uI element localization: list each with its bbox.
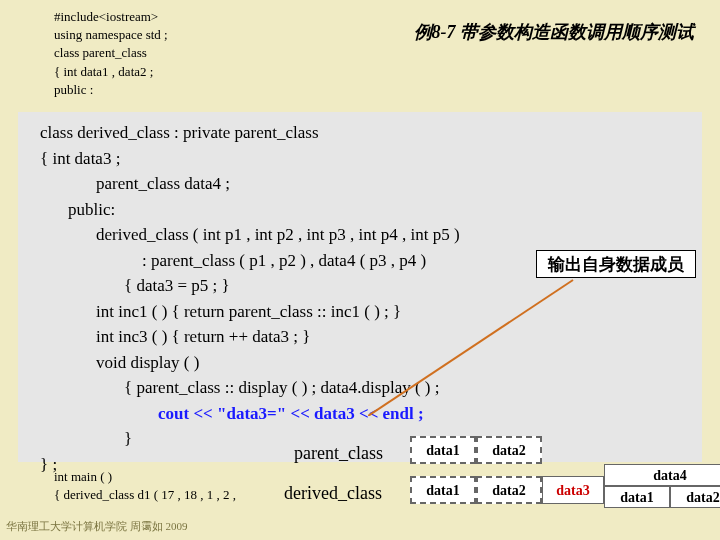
data4-block: data4 data1 data2 [604,464,720,508]
code-line: #include<iostream> [54,8,168,26]
code-line-highlight: cout << "data3=" << data3 << endl ; [40,401,680,427]
code-line: int inc1 ( ) { return parent_class :: in… [40,299,680,325]
label-parent-class: parent_class [294,440,383,467]
label-derived-class: derived_class [284,480,382,507]
code-line: { int data3 ; [40,146,680,172]
parent-class-row: data1 data2 [410,436,542,464]
cell-data4-data2: data2 [670,486,720,508]
code-panel: class derived_class : private parent_cla… [18,112,702,462]
code-line: public : [54,81,168,99]
code-line: { derived_class d1 ( 17 , 18 , 1 , 2 , [54,486,236,504]
cell-data2: data2 [476,436,542,464]
code-line: { int data1 , data2 ; [54,63,168,81]
cell-data4-data1: data1 [604,486,670,508]
code-line: parent_class data4 ; [40,171,680,197]
slide-title: 例8-7 带参数构造函数调用顺序测试 [414,20,695,44]
code-line: int inc3 ( ) { return ++ data3 ; } [40,324,680,350]
callout-box: 输出自身数据成员 [536,250,696,278]
code-line: int main ( ) [54,468,236,486]
cell-data1: data1 [410,436,476,464]
cell-data3: data3 [542,476,604,504]
code-line: void display ( ) [40,350,680,376]
code-line: { parent_class :: display ( ) ; data4.di… [40,375,680,401]
code-line: using namespace std ; [54,26,168,44]
top-code-block: #include<iostream> using namespace std ;… [54,8,168,99]
cell-data2: data2 [476,476,542,504]
code-line: class derived_class : private parent_cla… [40,120,680,146]
cell-data4-label: data4 [604,464,720,486]
cell-data1: data1 [410,476,476,504]
footer-code-block: int main ( ) { derived_class d1 ( 17 , 1… [54,468,236,504]
code-line: public: [40,197,680,223]
code-line: class parent_class [54,44,168,62]
copyright-text: 华南理工大学计算机学院 周霭如 2009 [6,519,188,534]
code-line: derived_class ( int p1 , int p2 , int p3… [40,222,680,248]
derived-class-row: data1 data2 data3 [410,476,604,504]
